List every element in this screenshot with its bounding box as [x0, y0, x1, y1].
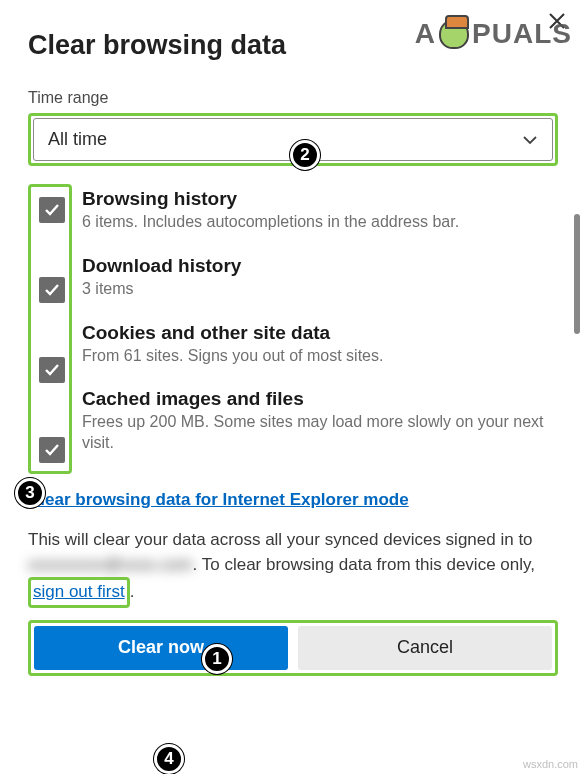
- buttons-highlight: Clear now Cancel: [28, 620, 558, 676]
- chevron-down-icon: [522, 132, 538, 148]
- checkbox-cached[interactable]: [39, 437, 65, 463]
- time-range-value: All time: [48, 129, 107, 150]
- option-cached[interactable]: Cached images and files Frees up 200 MB.…: [82, 388, 558, 454]
- option-desc: Frees up 200 MB. Some sites may load mor…: [82, 412, 558, 454]
- ie-mode-link[interactable]: Clear browsing data for Internet Explore…: [28, 490, 409, 510]
- info-email: xxxxxxxxx@xxxx.com: [28, 555, 193, 574]
- option-title: Cached images and files: [82, 388, 304, 410]
- option-desc: 6 items. Includes autocompletions in the…: [82, 212, 459, 233]
- sign-out-link[interactable]: sign out first: [33, 582, 125, 601]
- annotation-badge-3: 3: [15, 478, 45, 508]
- clear-now-button[interactable]: Clear now: [34, 626, 288, 670]
- clear-browsing-data-dialog: A PUALS Clear browsing data Time range A…: [0, 0, 586, 774]
- time-range-label: Time range: [28, 89, 558, 107]
- option-desc: 3 items: [82, 279, 134, 300]
- option-cookies[interactable]: Cookies and other site data From 61 site…: [82, 322, 558, 367]
- dialog-title: Clear browsing data: [28, 30, 558, 61]
- cancel-button[interactable]: Cancel: [298, 626, 552, 670]
- option-title: Cookies and other site data: [82, 322, 330, 344]
- option-title: Download history: [82, 255, 241, 277]
- checkbox-cookies[interactable]: [39, 357, 65, 383]
- source-watermark: wsxdn.com: [523, 758, 578, 770]
- signout-highlight: sign out first: [28, 577, 130, 608]
- annotation-badge-1: 1: [202, 644, 232, 674]
- checkbox-browsing-history[interactable]: [39, 197, 65, 223]
- sync-info-text: This will clear your data across all you…: [28, 528, 558, 608]
- option-title: Browsing history: [82, 188, 237, 210]
- option-browsing-history[interactable]: Browsing history 6 items. Includes autoc…: [82, 188, 558, 233]
- info-mid: . To clear browsing data from this devic…: [193, 555, 535, 574]
- annotation-badge-2: 2: [290, 140, 320, 170]
- annotation-badge-4: 4: [154, 744, 184, 774]
- checkbox-download-history[interactable]: [39, 277, 65, 303]
- checkbox-highlight: [28, 184, 72, 474]
- option-download-history[interactable]: Download history 3 items: [82, 255, 558, 300]
- scrollbar[interactable]: [574, 214, 580, 334]
- close-button[interactable]: [544, 8, 570, 38]
- info-prefix: This will clear your data across all you…: [28, 530, 533, 549]
- close-icon: [548, 12, 566, 30]
- options-list: Browsing history 6 items. Includes autoc…: [72, 184, 558, 458]
- option-desc: From 61 sites. Signs you out of most sit…: [82, 346, 383, 367]
- info-suffix: .: [130, 582, 135, 601]
